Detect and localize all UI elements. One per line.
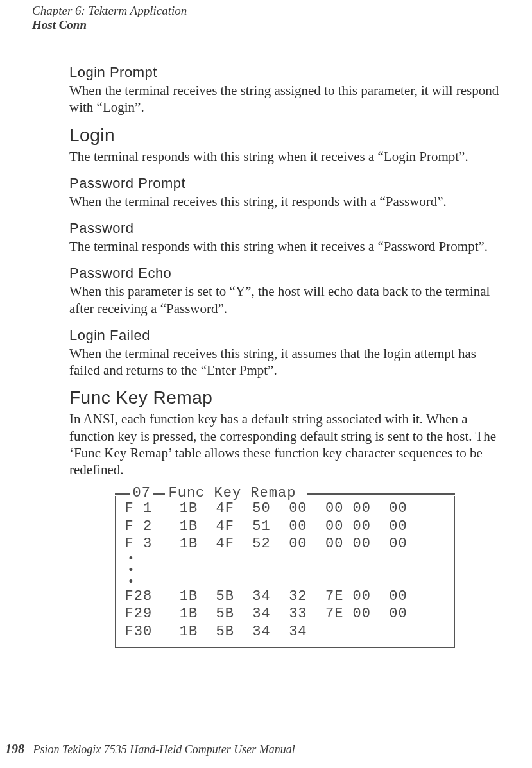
para-password-echo: When this parameter is set to “Y”, the h… bbox=[69, 283, 500, 317]
table-border-segment bbox=[307, 493, 455, 495]
table-body: F 1 1B 4F 50 00 00 00 00 F 2 1B 4F 51 00… bbox=[115, 496, 455, 648]
footer: 198 Psion Teklogix 7535 Hand-Held Comput… bbox=[0, 742, 532, 756]
page: Chapter 6: Tekterm Application Host Conn… bbox=[0, 0, 532, 768]
para-func-key-remap: In ANSI, each function key has a default… bbox=[69, 411, 500, 478]
table-border-segment bbox=[153, 493, 165, 495]
heading-login-prompt: Login Prompt bbox=[69, 64, 500, 81]
para-password-prompt: When the terminal receives this string, … bbox=[69, 193, 500, 210]
table-number: 07 bbox=[133, 485, 151, 501]
running-head-section: Host Conn bbox=[32, 18, 500, 32]
table-border-segment bbox=[115, 493, 130, 495]
heading-login-failed: Login Failed bbox=[69, 327, 500, 344]
table-row: F28 1B 5B 34 32 7E 00 00 bbox=[125, 588, 450, 606]
running-head-chapter: Chapter 6: Tekterm Application bbox=[32, 4, 500, 18]
table-header: 07 Func Key Remap bbox=[115, 487, 455, 496]
para-login-failed: When the terminal receives this string, … bbox=[69, 345, 500, 379]
para-login: The terminal responds with this string w… bbox=[69, 148, 500, 165]
ellipsis-dot: • bbox=[125, 576, 450, 588]
table-row: F 1 1B 4F 50 00 00 00 00 bbox=[125, 500, 450, 518]
heading-func-key-remap: Func Key Remap bbox=[69, 388, 500, 408]
table-title: Func Key Remap bbox=[169, 485, 296, 501]
content: Login Prompt When the terminal receives … bbox=[69, 64, 500, 648]
table-row: F30 1B 5B 34 34 bbox=[125, 623, 450, 641]
footer-book-title: Psion Teklogix 7535 Hand-Held Computer U… bbox=[33, 743, 295, 756]
table-row: F 3 1B 4F 52 00 00 00 00 bbox=[125, 535, 450, 553]
ellipsis-dot: • bbox=[125, 553, 450, 565]
heading-password-prompt: Password Prompt bbox=[69, 175, 500, 192]
page-number: 198 bbox=[5, 742, 24, 756]
heading-password-echo: Password Echo bbox=[69, 265, 500, 282]
heading-login: Login bbox=[69, 125, 500, 146]
table-row: F 2 1B 4F 51 00 00 00 00 bbox=[125, 518, 450, 536]
func-key-remap-table: 07 Func Key Remap F 1 1B 4F 50 00 00 00 … bbox=[115, 487, 455, 648]
running-head: Chapter 6: Tekterm Application Host Conn bbox=[32, 0, 500, 32]
ellipsis-dot: • bbox=[125, 565, 450, 576]
heading-password: Password bbox=[69, 220, 500, 237]
para-login-prompt: When the terminal receives the string as… bbox=[69, 82, 500, 116]
para-password: The terminal responds with this string w… bbox=[69, 238, 500, 255]
table-row: F29 1B 5B 34 33 7E 00 00 bbox=[125, 605, 450, 623]
